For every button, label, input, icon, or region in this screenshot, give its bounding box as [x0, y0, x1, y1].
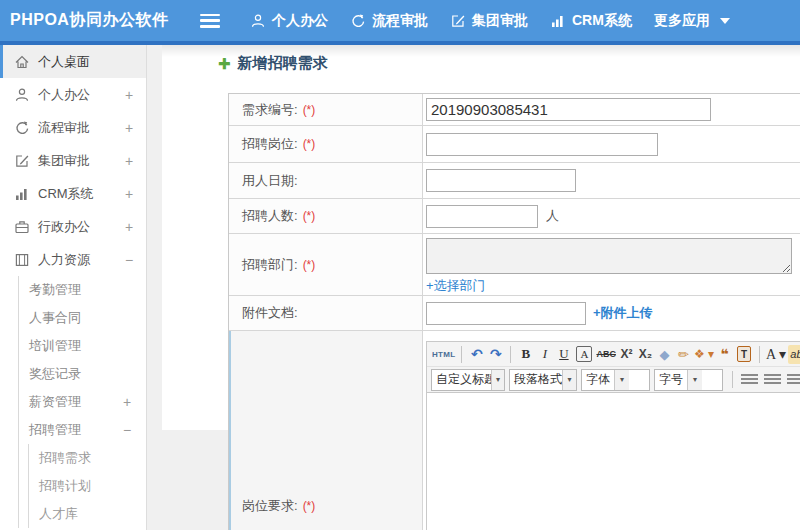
align-right-icon[interactable]: [787, 374, 800, 386]
editor-content-area[interactable]: [427, 392, 800, 530]
user-icon: [250, 13, 266, 29]
toolbar-separator: [510, 346, 511, 363]
font-family-select[interactable]: 字体 ▾: [581, 369, 650, 391]
sidebar-item-recruit-mgmt[interactable]: 招聘管理 −: [19, 416, 146, 444]
chart-icon: [14, 186, 30, 202]
field-label: 用人日期:: [229, 163, 423, 198]
underline-button[interactable]: U: [555, 345, 572, 364]
nav-label: 集团审批: [472, 12, 528, 30]
sidebar-item-human-resources[interactable]: 人力资源 −: [0, 243, 146, 276]
attachment-input[interactable]: [426, 302, 586, 325]
page-title: ✚ 新增招聘需求: [218, 54, 328, 73]
eraser-icon[interactable]: ◆: [656, 345, 673, 364]
sidebar-item-talent-pool[interactable]: 人才库: [29, 500, 146, 528]
collapse-toggle[interactable]: −: [122, 252, 136, 268]
form-row-position: 招聘岗位: (*): [229, 126, 800, 163]
sidebar-item-group-approval[interactable]: 集团审批 +: [0, 144, 146, 177]
edit-icon: [450, 13, 466, 29]
align-left-icon[interactable]: [741, 374, 758, 386]
form-row-attachment: 附件文档: +附件上传: [229, 296, 800, 331]
hamburger-menu-icon[interactable]: [200, 14, 220, 28]
redo-icon[interactable]: ↷: [487, 345, 504, 364]
nav-item-personal-office[interactable]: 个人办公: [250, 12, 328, 30]
expand-toggle[interactable]: +: [122, 219, 136, 235]
select-value: 字号: [655, 371, 687, 388]
sidebar-item-personal-desktop[interactable]: 个人桌面: [0, 45, 146, 78]
position-input[interactable]: [426, 133, 658, 156]
sidebar-item-recruit-demand[interactable]: 招聘需求: [29, 444, 146, 472]
font-color-button[interactable]: A ▾: [766, 345, 786, 364]
font-border-button[interactable]: A: [576, 346, 592, 362]
nav-item-more-apps[interactable]: 更多应用: [654, 12, 730, 30]
label-text: 用人日期:: [242, 172, 298, 190]
format-brush-icon[interactable]: ✏: [675, 345, 692, 364]
sidebar-item-label: 流程审批: [38, 119, 122, 137]
demand-no-input[interactable]: [426, 98, 711, 121]
sidebar-item-training-mgmt[interactable]: 培训管理: [19, 332, 146, 360]
nav-label: 个人办公: [272, 12, 328, 30]
recruit-submenu: 招聘需求 招聘计划 人才库: [28, 444, 146, 528]
caret-down-icon[interactable]: [720, 18, 730, 24]
briefcase-icon: [14, 219, 30, 235]
label-text: 招聘部门:: [242, 256, 298, 274]
form-row-department: 招聘部门: (*) +选择部门: [229, 234, 800, 296]
caret-down-icon: ▾: [562, 370, 576, 390]
expand-toggle[interactable]: +: [120, 394, 134, 410]
expand-toggle[interactable]: +: [122, 120, 136, 136]
subscript-button[interactable]: X₂: [637, 345, 654, 364]
align-center-icon[interactable]: [764, 374, 781, 386]
nav-item-group-approval[interactable]: 集团审批: [450, 12, 528, 30]
sidebar-item-label: 集团审批: [38, 152, 122, 170]
hire-date-input[interactable]: [426, 169, 576, 192]
nav-item-workflow-approval[interactable]: 流程审批: [350, 12, 428, 30]
sidebar-item-reward-records[interactable]: 奖惩记录: [19, 360, 146, 388]
sidebar-item-workflow-approval[interactable]: 流程审批 +: [0, 111, 146, 144]
user-icon: [14, 87, 30, 103]
sidebar-item-crm-system[interactable]: CRM系统 +: [0, 177, 146, 210]
sidebar-item-recruit-plan[interactable]: 招聘计划: [29, 472, 146, 500]
department-textarea[interactable]: [426, 238, 792, 274]
expand-toggle[interactable]: +: [122, 87, 136, 103]
headcount-input[interactable]: [426, 205, 538, 228]
content-gutter: [147, 45, 162, 530]
label-text: 招聘岗位:: [242, 135, 298, 153]
toolbar-separator: [732, 371, 733, 388]
sidebar-item-label: 招聘计划: [39, 477, 91, 495]
bold-button[interactable]: B: [517, 345, 534, 364]
paste-icon[interactable]: T: [737, 346, 751, 362]
paragraph-format-select[interactable]: 段落格式 ▾: [509, 369, 577, 391]
nav-item-crm-system[interactable]: CRM系统: [550, 12, 632, 30]
sidebar-item-label: 招聘管理: [29, 421, 120, 439]
html-source-button[interactable]: HTML: [432, 345, 455, 364]
content-background: [162, 430, 228, 530]
sidebar-item-admin-office[interactable]: 行政办公 +: [0, 210, 146, 243]
collapse-toggle[interactable]: −: [120, 422, 134, 438]
sidebar-item-hr-contracts[interactable]: 人事合同: [19, 304, 146, 332]
sidebar-item-attendance-mgmt[interactable]: 考勤管理: [19, 276, 146, 304]
process-icon: [14, 120, 30, 136]
richtext-editor: HTML ↶ ↷ B I U A ABC X² X₂ ◆ ✏ ❖ ▾ ❝ T: [426, 341, 800, 530]
sidebar-item-label: 个人办公: [38, 86, 122, 104]
undo-icon[interactable]: ↶: [468, 345, 485, 364]
sidebar-item-personal-office[interactable]: 个人办公 +: [0, 78, 146, 111]
form-row-headcount: 招聘人数: (*) 人: [229, 199, 800, 234]
label-text: 需求编号:: [242, 101, 298, 119]
strikethrough-button[interactable]: ABC: [596, 345, 616, 364]
sidebar-item-label: 人才库: [39, 505, 78, 523]
font-size-select[interactable]: 字号 ▾: [654, 369, 723, 391]
expand-toggle[interactable]: +: [122, 153, 136, 169]
color-palette-icon[interactable]: ❖ ▾: [694, 345, 714, 364]
select-value: 段落格式: [510, 371, 562, 388]
sidebar-item-label: 薪资管理: [29, 393, 120, 411]
custom-title-select[interactable]: 自定义标题 ▾: [431, 369, 505, 391]
sidebar-item-label: 招聘需求: [39, 449, 91, 467]
attachment-upload-link[interactable]: +附件上传: [593, 304, 653, 322]
blockquote-icon[interactable]: ❝: [716, 345, 733, 364]
superscript-button[interactable]: X²: [618, 345, 635, 364]
choose-department-link[interactable]: +选择部门: [426, 277, 486, 295]
field-label: 附件文档:: [229, 296, 423, 330]
sidebar-item-salary-mgmt[interactable]: 薪资管理 +: [19, 388, 146, 416]
highlight-button[interactable]: ab: [788, 345, 800, 364]
expand-toggle[interactable]: +: [122, 186, 136, 202]
italic-button[interactable]: I: [536, 345, 553, 364]
